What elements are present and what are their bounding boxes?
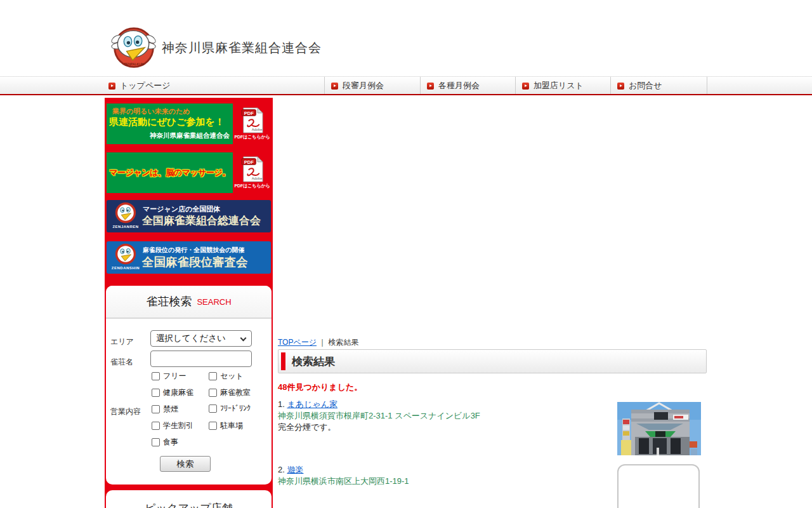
business-content-label: 営業内容 [110,406,141,417]
bird-mascot-icon [115,243,136,265]
building-photo-graphic [617,402,701,455]
adobe-label: Adobe [252,177,263,180]
adobe-label: Adobe [252,128,263,131]
pickup-stores-panel: ピックアップ店舗 [106,490,272,508]
logo-caption: TENPAI-KUN [124,62,143,66]
nav-item-contact[interactable]: お問合せ [617,77,662,95]
breadcrumb-separator: ｜ [318,338,326,347]
nav-red-underline [0,94,812,95]
parlor-name-label: 雀荘名 [110,357,133,368]
breadcrumb-top-link[interactable]: TOPページ [278,338,317,347]
result-item-1: 1. まあじゃん家 神奈川県横須賀市根岸町2-31-1 スペースナインビル3F … [278,399,480,433]
checkbox-healthy-mahjong[interactable]: 健康麻雀 [152,387,193,398]
pdf-link-label: PDFはこちらから [235,183,270,189]
nav-separator [707,77,707,95]
nav-label: 各種月例会 [438,80,480,91]
checkbox-icon[interactable] [152,422,160,430]
search-results-heading-box: 検索結果 [278,349,707,373]
checkbox-icon[interactable] [209,389,217,397]
banner-line2: 全国麻雀業組合総連合会 [142,213,261,228]
checkbox-icon[interactable] [209,372,217,380]
result-count: 48件見つかりました。 [278,382,362,393]
checkbox-icon[interactable] [152,389,160,397]
banner-green-box: マージャンは、脳のマッサージ。 [107,152,233,193]
banner-line3: 神奈川県麻雀業組合連合会 [150,131,230,140]
zenjanren-logo: ZENJANREN [111,202,140,229]
result-name-link[interactable]: 遊楽 [287,465,303,474]
photo-placeholder [617,464,700,508]
banner-line1: 麻雀段位の発行・全国競技会の開催 [143,246,244,255]
result-name-line: 2. 遊楽 [278,464,409,476]
banner-zenjanren[interactable]: ZENJANREN マージャン店の全国団体 全国麻雀業組合総連合会 [107,200,271,232]
pdf-badge-label: PDF [244,159,254,165]
main-nav: トップページ 段審月例会 各種月例会 加盟店リスト お問合せ [0,76,812,94]
checkbox-set[interactable]: セット [209,371,244,382]
zenjanren-logo-label: ZENJANREN [111,225,140,229]
checkbox-label: セット [220,371,244,382]
zendanshin-logo-label: ZENDANSHIN [111,266,140,270]
area-select-value: 選択してください [156,333,226,344]
result-name-link[interactable]: まあじゃん家 [287,399,337,409]
area-select[interactable]: 選択してください [150,330,252,347]
checkbox-free-drink[interactable]: ﾌﾘｰﾄﾞﾘﾝｸ [209,404,251,413]
checkbox-free[interactable]: フリー [152,371,187,382]
checkbox-parking[interactable]: 駐車場 [209,420,243,431]
banner-slogan: マージャンは、脳のマッサージ。 [107,167,233,178]
nav-label: トップページ [120,80,171,91]
checkbox-icon[interactable] [209,422,217,430]
search-panel-header: 雀荘検索 SEARCH [106,286,272,319]
nav-item-dan-monthly[interactable]: 段審月例会 [331,77,384,95]
result-number: 2. [278,465,285,474]
banner-line1: マージャン店の全国団体 [143,204,220,214]
banner-zendanshin[interactable]: ZENDANSHIN 麻雀段位の発行・全国競技会の開催 全国麻雀段位審査会 [107,241,271,274]
breadcrumb-current: 検索結果 [328,338,358,347]
nav-label: 加盟店リスト [534,80,584,91]
checkbox-icon[interactable] [152,405,160,413]
search-panel-title: 雀荘検索 [146,294,192,309]
nav-arrow-icon [108,83,115,90]
pdf-download-link[interactable]: PDF Adobe PDFはこちらから [234,104,271,144]
storefront-photo [617,402,701,455]
sidebar: 業界の明るい未来のため 県連活動にぜひご参加を！ 神奈川県麻雀業組合連合会 PD… [105,98,273,508]
nav-item-top-page[interactable]: トップページ [108,77,171,95]
checkbox-label: フリー [163,371,187,382]
checkbox-mahjong-class[interactable]: 麻雀教室 [209,387,251,398]
nav-item-member-stores[interactable]: 加盟店リスト [522,77,584,95]
pdf-badge-label: PDF [244,110,254,116]
result-address: 神奈川県横須賀市根岸町2-31-1 スペースナインビル3F [278,410,480,422]
search-button[interactable]: 検索 [160,456,211,472]
nav-arrow-icon [427,83,434,90]
heading-red-bar [281,352,285,370]
checkbox-label: 禁煙 [163,404,178,415]
checkbox-label: ﾌﾘｰﾄﾞﾘﾝｸ [220,404,251,413]
pdf-download-link[interactable]: PDF Adobe PDFはこちらから [234,152,271,193]
checkbox-label: 食事 [163,437,178,448]
checkbox-icon[interactable] [152,372,160,380]
breadcrumb: TOPページ ｜ 検索結果 [278,337,358,348]
pdf-link-label: PDFはこちらから [235,134,270,140]
checkbox-icon[interactable] [152,438,160,446]
checkbox-icon[interactable] [209,404,217,413]
checkbox-no-smoking[interactable]: 禁煙 [152,404,178,415]
banner-line2: 全国麻雀段位審査会 [142,254,248,270]
zendanshin-logo: ZENDANSHIN [111,243,140,270]
banner-brain-massage[interactable]: マージャンは、脳のマッサージ。 PDF Adobe PDFはこちらから [107,152,271,193]
nav-label: お問合せ [629,80,662,91]
parlor-name-input[interactable] [150,351,252,367]
checkbox-label: 学生割引 [163,420,193,431]
checkbox-label: 健康麻雀 [163,387,193,398]
nav-separator [610,77,611,95]
result-number: 1. [278,399,285,409]
checkbox-student-discount[interactable]: 学生割引 [152,420,193,431]
checkbox-meal[interactable]: 食事 [152,437,178,448]
nav-arrow-icon [331,83,338,90]
banner-green-box: 業界の明るい未来のため 県連活動にぜひご参加を！ 神奈川県麻雀業組合連合会 [107,104,233,144]
nav-arrow-icon [522,83,529,90]
banner-kenren-sanka[interactable]: 業界の明るい未来のため 県連活動にぜひご参加を！ 神奈川県麻雀業組合連合会 PD… [107,104,271,144]
banner-line1: 業界の明るい未来のため [112,107,190,116]
nav-separator [324,77,325,95]
bird-mascot-icon [115,202,136,224]
area-label: エリア [110,337,134,347]
site-logo: TENPAI-KUN [110,23,158,71]
nav-item-various-monthly[interactable]: 各種月例会 [427,77,480,95]
